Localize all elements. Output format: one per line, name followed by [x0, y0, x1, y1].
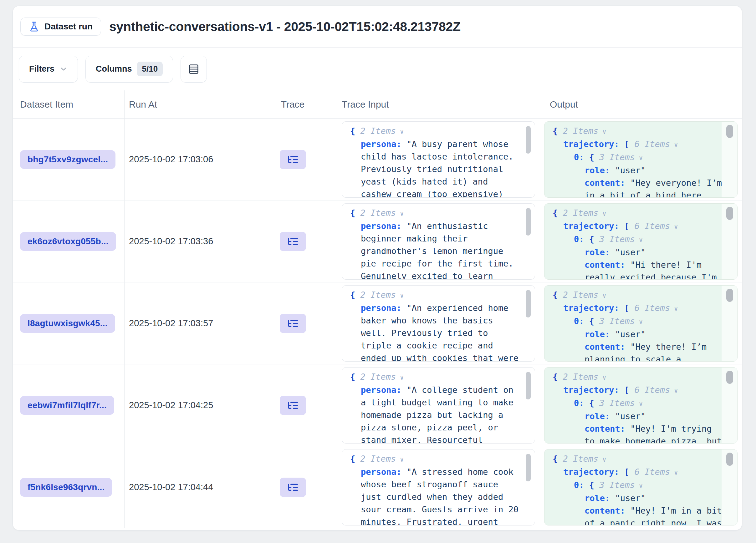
- collapse-chevron-icon[interactable]: ∨: [396, 210, 404, 218]
- collapse-chevron-icon[interactable]: ∨: [598, 128, 606, 136]
- json-line: trajectory: [ 6 Items ∨: [553, 138, 720, 151]
- json-line: Genuinely excited to learn: [350, 270, 517, 279]
- json-key: role:: [585, 329, 615, 339]
- scrollbar-thumb[interactable]: [526, 290, 531, 317]
- column-header-output: Output: [538, 90, 742, 118]
- scrollbar-thumb[interactable]: [726, 371, 733, 384]
- json-brace: [: [624, 303, 635, 313]
- json-key: 0:: [574, 480, 589, 490]
- collapse-chevron-icon[interactable]: ∨: [670, 223, 678, 231]
- json-meta: 2 Items: [360, 208, 396, 218]
- scrollbar-thumb[interactable]: [526, 208, 531, 236]
- json-line: child has lactose intolerance.: [350, 151, 517, 163]
- scrollbar-thumb[interactable]: [526, 126, 531, 154]
- json-str: pie recipe for the first time.: [361, 259, 513, 269]
- output-json-viewer[interactable]: { 2 Items ∨trajectory: [ 6 Items ∨0: { 3…: [544, 367, 738, 443]
- json-str: "Hi there! I'm: [630, 260, 702, 270]
- json-line: persona: "A stressed home cook: [350, 466, 517, 478]
- collapse-chevron-icon[interactable]: ∨: [670, 141, 678, 149]
- json-str: in a bit of a bind here: [585, 191, 702, 198]
- trace-input-cell: { 2 Items ∨persona: "An experienced home…: [331, 282, 538, 364]
- json-str: cashew cream (too expensive): [361, 189, 503, 198]
- collapse-chevron-icon[interactable]: ∨: [396, 455, 404, 463]
- trace-input-json-viewer[interactable]: { 2 Items ∨persona: "A busy parent whose…: [342, 121, 535, 198]
- json-meta: 3 Items: [599, 152, 635, 162]
- json-line: { 2 Items ∨: [350, 207, 517, 220]
- json-brace: {: [350, 454, 360, 464]
- json-line: { 2 Items ∨: [350, 453, 517, 466]
- collapse-chevron-icon[interactable]: ∨: [635, 400, 643, 407]
- json-key: trajectory:: [563, 139, 624, 149]
- scrollbar-thumb[interactable]: [726, 453, 733, 466]
- json-meta: 6 Items: [635, 385, 670, 395]
- collapse-chevron-icon[interactable]: ∨: [396, 291, 404, 299]
- output-cell: { 2 Items ∨trajectory: [ 6 Items ∨0: { 3…: [538, 364, 742, 446]
- scrollbar-thumb[interactable]: [526, 372, 531, 399]
- trace-input-json-viewer[interactable]: { 2 Items ∨persona: "An experienced home…: [342, 285, 535, 361]
- dataset-item-badge[interactable]: f5nk6lse963qrvn...: [20, 478, 112, 497]
- output-json-viewer[interactable]: { 2 Items ∨trajectory: [ 6 Items ∨0: { 3…: [544, 449, 738, 525]
- toolbar: Filters Columns 5/10: [13, 48, 742, 90]
- collapse-chevron-icon[interactable]: ∨: [396, 373, 404, 381]
- output-json-viewer[interactable]: { 2 Items ∨trajectory: [ 6 Items ∨0: { 3…: [544, 121, 738, 198]
- collapse-chevron-icon[interactable]: ∨: [598, 373, 606, 381]
- output-json-viewer[interactable]: { 2 Items ∨trajectory: [ 6 Items ∨0: { 3…: [544, 203, 738, 279]
- table-header: Dataset Item Run At Trace Trace Input Ou…: [13, 90, 742, 119]
- collapse-chevron-icon[interactable]: ∨: [396, 128, 404, 136]
- json-line: persona: "A college student on: [350, 384, 517, 396]
- list-tree-icon: [287, 317, 299, 329]
- trace-button[interactable]: [280, 396, 306, 415]
- row-height-button[interactable]: [181, 56, 207, 83]
- scrollbar-thumb[interactable]: [726, 125, 733, 138]
- dataset-item-badge[interactable]: eebwi7mfil7lqlf7r...: [20, 396, 114, 415]
- json-line: role: "user": [553, 328, 720, 341]
- trace-cell: [254, 119, 331, 200]
- scrollbar-thumb[interactable]: [726, 289, 733, 302]
- json-key: content:: [585, 506, 630, 515]
- card-header: Dataset run synthetic-conversations-v1 -…: [13, 6, 742, 48]
- collapse-chevron-icon[interactable]: ∨: [635, 154, 643, 162]
- json-brace: {: [350, 290, 360, 300]
- dataset-item-cell: eebwi7mfil7lqlf7r...: [13, 364, 125, 446]
- trace-button[interactable]: [280, 232, 306, 251]
- scrollbar-thumb[interactable]: [726, 207, 733, 220]
- json-line: role: "user": [553, 492, 720, 505]
- trace-input-json-viewer[interactable]: { 2 Items ∨persona: "An enthusiasticbegi…: [342, 203, 535, 279]
- filters-button[interactable]: Filters: [19, 56, 78, 83]
- dataset-item-badge[interactable]: bhg7t5xv9zgwcel...: [20, 150, 115, 169]
- collapse-chevron-icon[interactable]: ∨: [598, 210, 606, 218]
- collapse-chevron-icon[interactable]: ∨: [670, 305, 678, 312]
- json-line: { 2 Items ∨: [553, 453, 720, 466]
- column-header-run-at: Run At: [125, 90, 254, 118]
- collapse-chevron-icon[interactable]: ∨: [635, 236, 643, 244]
- rows-icon: [188, 64, 199, 75]
- collapse-chevron-icon[interactable]: ∨: [670, 387, 678, 394]
- collapse-chevron-icon[interactable]: ∨: [598, 455, 606, 463]
- trace-input-json-viewer[interactable]: { 2 Items ∨persona: "A college student o…: [342, 367, 535, 443]
- dataset-item-badge[interactable]: l8agtuwxisgwk45...: [20, 314, 115, 333]
- json-meta: 3 Items: [599, 316, 635, 326]
- collapse-chevron-icon[interactable]: ∨: [598, 291, 606, 299]
- trace-button[interactable]: [280, 478, 306, 497]
- json-str: of a panic right now. I was: [585, 518, 722, 525]
- trace-button[interactable]: [280, 314, 306, 333]
- collapse-chevron-icon[interactable]: ∨: [635, 318, 643, 325]
- trace-input-cell: { 2 Items ∨persona: "An enthusiasticbegi…: [331, 201, 538, 282]
- trace-button[interactable]: [280, 150, 306, 169]
- trace-input-json-viewer[interactable]: { 2 Items ∨persona: "A stressed home coo…: [342, 449, 535, 525]
- json-str: whose beef stroganoff sauce: [361, 479, 498, 489]
- collapse-chevron-icon[interactable]: ∨: [635, 482, 643, 489]
- output-json-viewer[interactable]: { 2 Items ∨trajectory: [ 6 Items ∨0: { 3…: [544, 285, 738, 361]
- json-str: a tight budget wanting to make: [361, 397, 513, 407]
- collapse-chevron-icon[interactable]: ∨: [670, 469, 678, 476]
- dataset-item-badge[interactable]: ek6oz6vtoxg055b...: [20, 232, 116, 251]
- flask-icon: [29, 21, 39, 32]
- json-key: content:: [585, 342, 630, 351]
- json-key: role:: [585, 493, 615, 503]
- scrollbar-thumb[interactable]: [526, 454, 531, 481]
- json-line: content: "Hey! I'm in a bit: [553, 505, 720, 517]
- json-line: role: "user": [553, 164, 720, 177]
- json-str: to make homemade pizza, but: [585, 436, 722, 443]
- json-str: "A college student on: [406, 385, 513, 395]
- columns-button[interactable]: Columns 5/10: [85, 56, 173, 83]
